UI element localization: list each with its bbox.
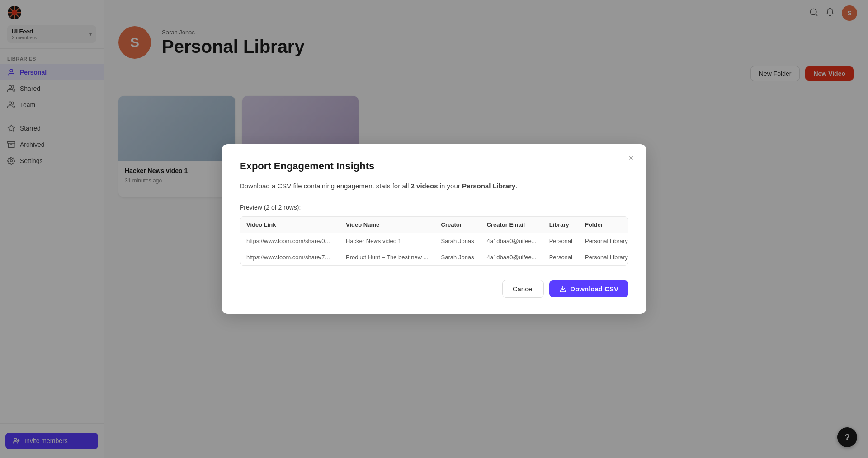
row2-name: Product Hunt – The best new ... — [340, 249, 435, 266]
table-body: https://www.loom.com/share/02513f6e... H… — [240, 233, 628, 266]
row1-name: Hacker News video 1 — [340, 233, 435, 249]
modal-video-count: 2 videos — [411, 182, 438, 190]
download-csv-label: Download CSV — [570, 285, 618, 293]
row2-email: 4a1dbaa0@uifee... — [481, 249, 543, 266]
row1-creator: Sarah Jonas — [435, 233, 481, 249]
col-header-folder: Folder — [579, 217, 628, 233]
modal-preview-label: Preview (2 of 2 rows): — [240, 204, 628, 211]
modal-desc-suffix: . — [515, 182, 517, 190]
modal-backdrop[interactable]: × Export Engagement Insights Download a … — [0, 0, 868, 458]
modal-actions: Cancel Download CSV — [240, 280, 628, 298]
row1-library: Personal — [543, 233, 579, 249]
modal-description: Download a CSV file containing engagemen… — [240, 181, 628, 192]
table-row: https://www.loom.com/share/02513f6e... H… — [240, 233, 628, 249]
col-header-creator-email: Creator Email — [481, 217, 543, 233]
row2-folder: Personal Library — [579, 249, 628, 266]
col-header-library: Library — [543, 217, 579, 233]
row2-link: https://www.loom.com/share/7375f94e... — [240, 249, 340, 266]
table-row: https://www.loom.com/share/7375f94e... P… — [240, 249, 628, 266]
modal-desc-prefix: Download a CSV file containing engagemen… — [240, 182, 411, 190]
row2-library: Personal — [543, 249, 579, 266]
export-modal: × Export Engagement Insights Download a … — [222, 144, 646, 314]
modal-close-button[interactable]: × — [625, 152, 637, 165]
preview-table-wrap: Video Link Video Name Creator Creator Em… — [240, 216, 628, 266]
row1-email: 4a1dbaa0@uifee... — [481, 233, 543, 249]
modal-library-name: Personal Library — [462, 182, 515, 190]
table-head: Video Link Video Name Creator Creator Em… — [240, 217, 628, 233]
row2-creator: Sarah Jonas — [435, 249, 481, 266]
col-header-video-link: Video Link — [240, 217, 340, 233]
modal-title: Export Engagement Insights — [240, 160, 628, 172]
download-csv-button[interactable]: Download CSV — [549, 280, 628, 297]
row1-folder: Personal Library — [579, 233, 628, 249]
cancel-button[interactable]: Cancel — [502, 280, 544, 298]
col-header-video-name: Video Name — [340, 217, 435, 233]
col-header-creator: Creator — [435, 217, 481, 233]
download-icon — [559, 285, 566, 293]
row1-link: https://www.loom.com/share/02513f6e... — [240, 233, 340, 249]
modal-desc-middle: in your — [438, 182, 462, 190]
preview-table: Video Link Video Name Creator Creator Em… — [240, 217, 628, 265]
